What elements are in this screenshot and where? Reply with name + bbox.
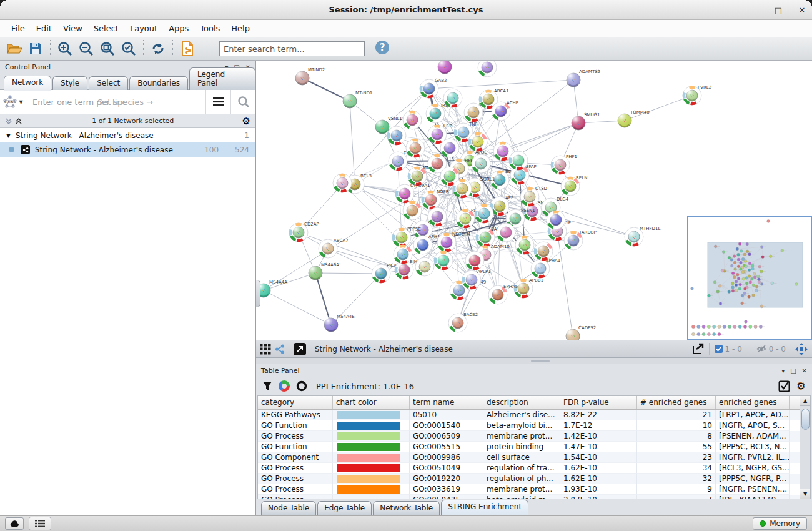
table-scrollbar[interactable]: ▲ ▼ — [800, 396, 810, 499]
menu-select[interactable]: Select — [89, 22, 124, 35]
grid-view-icon[interactable] — [260, 344, 271, 355]
network-node[interactable] — [387, 126, 406, 145]
panel-menu-icon[interactable]: ▾ — [781, 367, 785, 374]
scroll-down-arrow[interactable]: ▼ — [800, 489, 810, 499]
table-gear-icon[interactable]: ⚙ — [796, 380, 806, 392]
tab-network[interactable]: Network — [4, 76, 51, 91]
species-hint[interactable]: Set species → — [97, 97, 153, 107]
network-node[interactable]: CADPS2 — [565, 325, 596, 340]
table-row[interactable]: KEGG Pathways05010Alzheimer's dise...8.8… — [258, 410, 800, 420]
network-node[interactable]: CD2AP — [289, 222, 319, 242]
tab-string-enrichment[interactable]: STRING Enrichment — [441, 500, 528, 515]
memory-button[interactable]: Memory — [753, 517, 807, 530]
filter-icon[interactable] — [262, 381, 272, 391]
refresh-button[interactable] — [147, 39, 169, 58]
remove-chart-icon[interactable] — [296, 380, 307, 392]
network-node[interactable]: BACE2 — [448, 312, 478, 332]
string-logo[interactable]: STRING ▼ — [0, 90, 26, 114]
network-node[interactable] — [434, 251, 453, 270]
export-network-icon[interactable] — [691, 343, 705, 355]
maximize-button[interactable]: □ — [773, 6, 783, 15]
open-file-button[interactable] — [4, 39, 25, 58]
network-node[interactable] — [443, 89, 462, 107]
network-canvas[interactable]: MT-ND2MT-ND1VSNL1ADAMTS2PVRL2TOMM40SMUG1… — [256, 61, 812, 340]
panel-close-icon[interactable]: ✕ — [802, 367, 807, 374]
network-node[interactable]: TOMM40 — [616, 110, 649, 127]
column-header[interactable]: term name — [410, 396, 483, 409]
menu-layout[interactable]: Layout — [125, 22, 162, 35]
table-row[interactable]: GO FunctionGO:0005515protein binding1.47… — [258, 442, 800, 452]
zoom-fit-button[interactable] — [97, 39, 118, 58]
save-session-button[interactable] — [25, 39, 46, 58]
tab-node-table[interactable]: Node Table — [261, 501, 316, 515]
menu-apps[interactable]: Apps — [164, 22, 194, 35]
network-node[interactable]: APLP1 — [462, 269, 491, 289]
column-header[interactable]: description — [483, 396, 560, 409]
column-header[interactable]: chart color — [333, 396, 410, 409]
search-input[interactable] — [219, 41, 365, 56]
network-panel-gear-icon[interactable]: ⚙ — [242, 116, 250, 127]
network-node[interactable] — [453, 179, 472, 198]
network-node[interactable] — [440, 139, 459, 157]
network-node[interactable] — [509, 151, 528, 170]
zoom-out-button[interactable] — [76, 39, 97, 58]
network-node[interactable]: APBB1 — [514, 278, 543, 298]
tab-style[interactable]: Style — [52, 76, 87, 90]
panel-float-icon[interactable]: □ — [790, 367, 796, 374]
select-columns-icon[interactable] — [778, 380, 790, 392]
network-node[interactable]: ACHE — [492, 101, 518, 121]
network-node[interactable] — [497, 223, 515, 242]
navigator-toggle-icon[interactable] — [795, 342, 808, 356]
table-row[interactable]: GO FunctionGO:0001540beta-amyloid bi...1… — [258, 420, 800, 431]
table-row[interactable]: GO ProcessGO:0006509membrane prot...1.42… — [258, 431, 800, 442]
collapse-expand-icons[interactable] — [5, 117, 24, 125]
tab-select[interactable]: Select — [89, 76, 128, 90]
network-node[interactable] — [515, 236, 534, 254]
help-button[interactable]: ? — [375, 40, 390, 57]
network-node[interactable] — [472, 154, 490, 173]
network-node[interactable]: PHF1 — [551, 154, 577, 174]
network-node[interactable] — [403, 111, 422, 129]
network-node[interactable]: ADAMTS2 — [565, 69, 600, 87]
network-node[interactable] — [406, 139, 425, 157]
tab-edge-table[interactable]: Edge Table — [317, 501, 372, 515]
network-node[interactable]: EPHA5 — [488, 284, 518, 304]
network-node[interactable]: MT-ND1 — [342, 91, 372, 108]
network-node[interactable] — [465, 251, 484, 270]
network-node[interactable] — [428, 207, 447, 226]
scroll-up-arrow[interactable]: ▲ — [800, 396, 810, 406]
network-node[interactable]: TARDBP — [564, 230, 597, 250]
network-node[interactable] — [534, 242, 553, 261]
close-button[interactable]: ✕ — [797, 6, 807, 15]
network-node[interactable]: SMUG1 — [570, 112, 600, 130]
panel-splitter-grip[interactable] — [255, 280, 260, 307]
network-from-file-button[interactable] — [177, 39, 198, 58]
network-row[interactable]: String Network - Alzheimer's disease 100… — [0, 142, 255, 157]
network-node[interactable] — [478, 61, 497, 77]
network-node[interactable] — [468, 132, 487, 151]
network-node[interactable]: ABCA7 — [319, 238, 349, 258]
column-header[interactable]: # enriched genes — [637, 396, 716, 409]
open-in-window-icon[interactable] — [294, 343, 306, 355]
network-collection-row[interactable]: ▼ String Network - Alzheimer's disease 1 — [0, 128, 255, 142]
scroll-thumb[interactable] — [801, 409, 810, 430]
minimize-button[interactable]: – — [750, 6, 760, 15]
string-search-button[interactable] — [230, 90, 255, 114]
tab-network-table[interactable]: Network Table — [373, 501, 440, 515]
menu-tools[interactable]: Tools — [195, 22, 225, 35]
menu-help[interactable]: Help — [226, 22, 255, 35]
tab-boundaries[interactable]: Boundaries — [129, 76, 188, 90]
table-row[interactable]: GO ProcessGO:0019220regulation of ph...1… — [258, 474, 800, 484]
table-row[interactable]: GO ProcessGO:0033619membrane prot...1.93… — [258, 484, 800, 495]
network-node[interactable]: MS4A4E — [323, 314, 354, 332]
tree-expand-icon[interactable]: ▼ — [6, 132, 11, 139]
table-row[interactable]: GO ComponentGO:0009986cell surface1.54E-… — [258, 452, 800, 463]
network-node[interactable] — [403, 201, 422, 220]
network-node[interactable] — [547, 211, 565, 229]
network-node[interactable] — [437, 61, 452, 74]
chart-colors-icon[interactable] — [279, 380, 290, 392]
welcome-screen-button[interactable] — [5, 517, 24, 530]
network-node[interactable] — [333, 174, 352, 192]
column-header[interactable]: category — [258, 396, 333, 409]
zoom-in-button[interactable] — [54, 39, 76, 58]
